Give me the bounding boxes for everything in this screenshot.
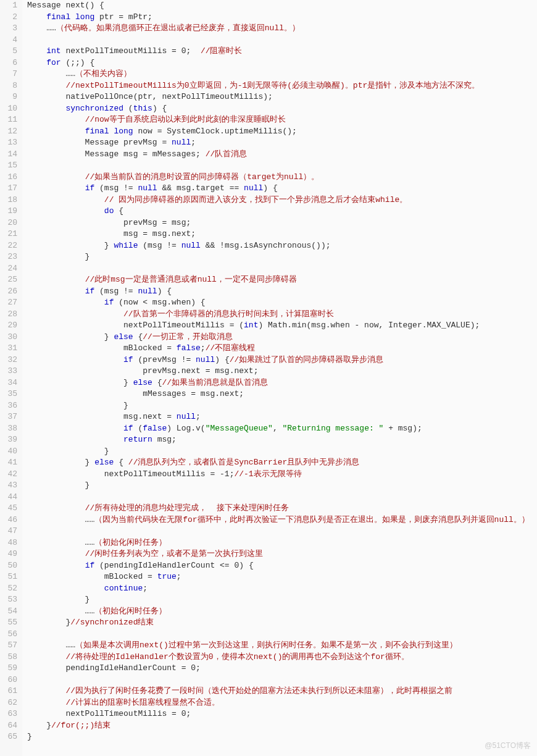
code-line[interactable]: } else {//一切正常，开始取消息 xyxy=(27,332,537,343)
code-line[interactable] xyxy=(27,35,537,46)
code-line[interactable]: prevMsg = msg; xyxy=(27,217,537,229)
code-line[interactable]: msg = msg.next; xyxy=(27,229,537,240)
code-line[interactable]: Message next() { xyxy=(27,0,537,12)
line-number: 9 xyxy=(0,91,17,103)
code-line[interactable]: //此时msg一定是普通消息或者null，一定不是同步障碍器 xyxy=(27,274,537,286)
line-number: 39 xyxy=(0,434,17,446)
line-number: 41 xyxy=(0,457,17,469)
code-line[interactable]: ……（初始化闲时任务） xyxy=(27,537,537,549)
line-number: 8 xyxy=(0,80,17,92)
line-number: 65 xyxy=(0,731,17,743)
line-number: 21 xyxy=(0,229,17,240)
code-line[interactable]: if (now < msg.when) { xyxy=(27,297,537,309)
code-line[interactable]: ……（不相关内容） xyxy=(27,69,537,80)
code-line[interactable]: nextPollTimeoutMillis = -1;//-1表示无限等待 xyxy=(27,469,537,481)
code-line[interactable] xyxy=(27,263,537,275)
line-number: 11 xyxy=(0,114,17,126)
code-line[interactable]: do { xyxy=(27,206,537,217)
code-line[interactable]: final long ptr = mPtr; xyxy=(27,12,537,23)
code-line[interactable]: synchronized (this) { xyxy=(27,103,537,115)
line-number: 63 xyxy=(0,708,17,720)
code-line[interactable]: } else {//如果当前消息就是队首消息 xyxy=(27,377,537,389)
code-line[interactable]: if (pendingIdleHandlerCount <= 0) { xyxy=(27,560,537,572)
code-line[interactable]: if (false) Log.v("MessageQueue", "Return… xyxy=(27,423,537,435)
code-line[interactable]: pendingIdleHandlerCount = 0; xyxy=(27,663,537,674)
line-number: 27 xyxy=(0,297,17,309)
line-number: 15 xyxy=(0,160,17,172)
code-line[interactable]: //所有待处理的消息均处理完成， 接下来处理闲时任务 xyxy=(27,503,537,514)
code-line[interactable]: nextPollTimeoutMillis = 0; xyxy=(27,708,537,720)
code-line[interactable] xyxy=(27,674,537,686)
code-body[interactable]: Message next() { final long ptr = mPtr; … xyxy=(22,0,537,756)
line-number: 44 xyxy=(0,492,17,503)
code-line[interactable]: prevMsg.next = msg.next; xyxy=(27,366,537,377)
code-line[interactable]: } xyxy=(27,480,537,492)
code-line[interactable]: } xyxy=(27,251,537,263)
code-line[interactable]: //计算出的阻塞时长阻塞线程显然不合适。 xyxy=(27,697,537,709)
code-line[interactable]: if (msg != null && msg.target == null) { xyxy=(27,183,537,195)
code-line[interactable]: nativePollOnce(ptr, nextPollTimeoutMilli… xyxy=(27,91,537,103)
code-line[interactable]: //将待处理的IdleHandler个数设置为0，使得本次next()的调用再也… xyxy=(27,652,537,663)
code-line[interactable] xyxy=(27,160,537,172)
code-line[interactable]: //因为执行了闲时任务花费了一段时间（迭代开始处的阻塞方法还未执行到所以还未阻塞… xyxy=(27,686,537,697)
line-number: 14 xyxy=(0,149,17,161)
line-number: 7 xyxy=(0,69,17,80)
line-number: 16 xyxy=(0,172,17,183)
code-line[interactable]: //如果当前队首的消息时设置的同步障碍器（target为null）。 xyxy=(27,172,537,183)
code-line[interactable]: nextPollTimeoutMillis = (int) Math.min(m… xyxy=(27,320,537,332)
code-line[interactable]: Message msg = mMessages; //队首消息 xyxy=(27,149,537,161)
line-number: 23 xyxy=(0,251,17,263)
line-number: 6 xyxy=(0,57,17,69)
code-line[interactable]: msg.next = null; xyxy=(27,411,537,423)
code-line[interactable]: } xyxy=(27,594,537,606)
code-line[interactable]: }//for(;;)结束 xyxy=(27,720,537,732)
code-line[interactable]: } else { //消息队列为空，或者队首是SyncBarrier且队列中无异… xyxy=(27,457,537,469)
code-line[interactable]: for (;;) { xyxy=(27,57,537,69)
line-number: 51 xyxy=(0,571,17,583)
code-line[interactable]: //now等于自系统启动以来到此时此刻的非深度睡眠时长 xyxy=(27,114,537,126)
code-line[interactable]: ……（因为当前代码块在无限for循环中，此时再次验证一下消息队列是否正在退出。如… xyxy=(27,514,537,526)
line-number: 55 xyxy=(0,617,17,629)
code-line[interactable]: ……（代码略。如果消息循环正在退出或者已经废弃，直接返回null。） xyxy=(27,23,537,35)
line-number: 17 xyxy=(0,183,17,195)
code-line[interactable]: //闲时任务列表为空，或者不是第一次执行到这里 xyxy=(27,548,537,560)
code-line[interactable]: Message prevMsg = null; xyxy=(27,137,537,149)
line-number: 1 xyxy=(0,0,17,12)
line-number: 25 xyxy=(0,274,17,286)
line-number: 2 xyxy=(0,12,17,23)
code-line[interactable]: return msg; xyxy=(27,434,537,446)
code-line[interactable] xyxy=(27,492,537,503)
code-line[interactable]: //nextPollTimeoutMillis为0立即返回，为-1则无限等待(必… xyxy=(27,80,537,92)
line-number: 18 xyxy=(0,195,17,206)
code-line[interactable]: } xyxy=(27,446,537,458)
line-number: 47 xyxy=(0,526,17,537)
line-number: 60 xyxy=(0,674,17,686)
code-line[interactable]: ……（初始化闲时任务） xyxy=(27,606,537,618)
code-line[interactable]: final long now = SystemClock.uptimeMilli… xyxy=(27,126,537,138)
line-number: 35 xyxy=(0,388,17,400)
code-line[interactable]: } xyxy=(27,400,537,412)
code-line[interactable]: if (prevMsg != null) {//如果跳过了队首的同步障碍器取异步… xyxy=(27,355,537,366)
code-line[interactable] xyxy=(27,629,537,640)
code-line[interactable]: mBlocked = true; xyxy=(27,571,537,583)
line-number: 28 xyxy=(0,309,17,321)
code-line[interactable]: } xyxy=(27,731,537,743)
code-line[interactable]: }//synchronized结束 xyxy=(27,617,537,629)
code-block: 1234567891011121314151617181920212223242… xyxy=(0,0,537,756)
line-number: 64 xyxy=(0,720,17,732)
line-number: 61 xyxy=(0,686,17,697)
code-line[interactable]: if (msg != null) { xyxy=(27,286,537,298)
code-line[interactable]: } while (msg != null && !msg.isAsynchron… xyxy=(27,240,537,252)
line-number: 38 xyxy=(0,423,17,435)
code-line[interactable] xyxy=(27,526,537,537)
line-number: 5 xyxy=(0,46,17,57)
code-line[interactable]: //队首第一个非障碍器的消息执行时间未到，计算阻塞时长 xyxy=(27,309,537,321)
code-line[interactable]: ……（如果是本次调用next()过程中第一次到达这里，则执行闲时任务。如果不是第… xyxy=(27,640,537,652)
line-number: 56 xyxy=(0,629,17,640)
code-line[interactable]: mMessages = msg.next; xyxy=(27,388,537,400)
code-line[interactable]: int nextPollTimeoutMillis = 0; //阻塞时长 xyxy=(27,46,537,57)
line-number: 36 xyxy=(0,400,17,412)
code-line[interactable]: mBlocked = false;//不阻塞线程 xyxy=(27,343,537,355)
code-line[interactable]: continue; xyxy=(27,583,537,595)
code-line[interactable]: // 因为同步障碍器的原因而进入该分支，找到下一个异步消息之后才会结束while… xyxy=(27,195,537,206)
